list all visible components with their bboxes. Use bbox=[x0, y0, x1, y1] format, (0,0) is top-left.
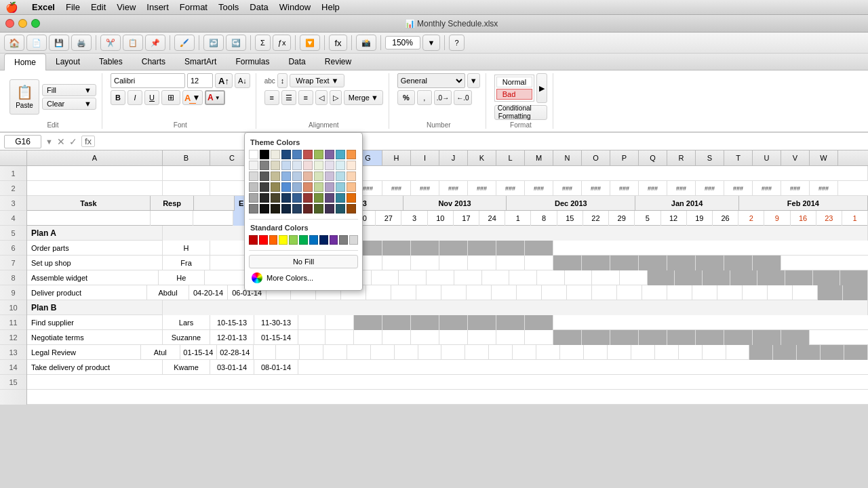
cell-hash-16[interactable]: ### bbox=[724, 181, 753, 196]
col-header-l[interactable]: L bbox=[496, 150, 525, 165]
col-header-n[interactable]: N bbox=[553, 150, 582, 165]
cell-hash-15[interactable]: ### bbox=[696, 181, 724, 196]
cell-d11[interactable]: 01-15-14 bbox=[254, 330, 298, 345]
swatch-6-6[interactable] bbox=[303, 204, 313, 214]
col-header-b[interactable]: B bbox=[163, 150, 210, 165]
cell-a5[interactable]: Order parts bbox=[27, 241, 163, 256]
swatch-2-3[interactable] bbox=[271, 161, 280, 170]
more-colors-btn[interactable]: More Colors... bbox=[249, 271, 358, 285]
menu-excel[interactable]: Excel bbox=[26, 1, 60, 13]
cell-a10[interactable]: Find supplier bbox=[27, 315, 163, 330]
cell-c11[interactable]: 12-01-13 bbox=[210, 330, 254, 345]
cell-a1[interactable] bbox=[27, 166, 163, 181]
cell-hash-14[interactable]: ### bbox=[667, 181, 696, 196]
cell-hash-11[interactable]: ### bbox=[582, 181, 610, 196]
cell-hash-8[interactable]: ### bbox=[496, 181, 525, 196]
cell-hash-6[interactable]: ### bbox=[439, 181, 468, 196]
tab-home[interactable]: Home bbox=[4, 54, 46, 70]
zoom-btn[interactable]: ▼ bbox=[422, 35, 441, 51]
toolbar-cut-btn[interactable]: ✂️ bbox=[100, 35, 121, 51]
cell-a11[interactable]: Negotiate terms bbox=[27, 330, 163, 345]
swatch-std-4[interactable] bbox=[279, 235, 288, 245]
menu-tools[interactable]: Tools bbox=[213, 1, 244, 13]
swatch-5-2[interactable] bbox=[260, 193, 269, 203]
menu-file[interactable]: File bbox=[60, 1, 85, 13]
swatch-teal[interactable] bbox=[336, 150, 345, 159]
menu-help[interactable]: Help bbox=[316, 1, 345, 13]
swatch-purple[interactable] bbox=[325, 150, 334, 159]
cell-m-num[interactable]: 24 bbox=[479, 211, 505, 226]
swatch-6-2[interactable] bbox=[260, 204, 269, 214]
style-expand-btn[interactable]: ▶ bbox=[536, 73, 547, 103]
cell-d13[interactable]: 08-01-14 bbox=[254, 360, 298, 375]
swatch-2-9[interactable] bbox=[336, 161, 345, 170]
cell-c8[interactable]: 04-20-14 bbox=[189, 285, 228, 300]
col-header-j[interactable]: J bbox=[439, 150, 468, 165]
tab-layout[interactable]: Layout bbox=[46, 54, 90, 70]
swatch-4-5[interactable] bbox=[292, 182, 302, 192]
cell-a3[interactable]: Task bbox=[27, 196, 151, 211]
swatch-2-7[interactable] bbox=[314, 161, 323, 170]
cell-i-num[interactable]: 27 bbox=[376, 211, 401, 226]
cell-u-num[interactable]: 19 bbox=[687, 211, 713, 226]
swatch-4-3[interactable] bbox=[271, 182, 280, 192]
minimize-button[interactable] bbox=[18, 19, 27, 28]
number-format-expand-btn[interactable]: ▼ bbox=[467, 73, 480, 88]
swatch-white[interactable] bbox=[249, 150, 258, 159]
cell-t-num[interactable]: 12 bbox=[661, 211, 687, 226]
apple-logo[interactable]: 🍎 bbox=[5, 1, 18, 14]
col-header-a[interactable]: A bbox=[27, 150, 163, 165]
swatch-5-1[interactable] bbox=[249, 193, 258, 203]
cell-x-num[interactable]: 9 bbox=[764, 211, 790, 226]
cell-reference-input[interactable] bbox=[4, 135, 41, 148]
swatch-2-4[interactable] bbox=[281, 161, 291, 170]
cell-c13[interactable]: 03-01-14 bbox=[210, 360, 254, 375]
cell-j-num[interactable]: 3 bbox=[401, 211, 427, 226]
increase-decimal-btn[interactable]: .0→ bbox=[434, 90, 452, 105]
close-button[interactable] bbox=[5, 19, 14, 28]
toolbar-filter-btn[interactable]: 🔽 bbox=[300, 35, 320, 51]
cell-jan2014[interactable]: Jan 2014 bbox=[635, 196, 738, 211]
cell-b2[interactable] bbox=[163, 181, 210, 196]
cell-b11[interactable]: Suzanne bbox=[163, 330, 210, 345]
toolbar-autosum-btn[interactable]: Σ bbox=[255, 35, 271, 51]
swatch-3-3[interactable] bbox=[271, 171, 280, 181]
cell-b13[interactable]: Kwame bbox=[163, 360, 210, 375]
cell-w-num[interactable]: 2 bbox=[738, 211, 764, 226]
font-size-input[interactable] bbox=[187, 73, 213, 88]
cell-a12[interactable]: Legal Review bbox=[27, 345, 141, 360]
cell-p-num[interactable]: 15 bbox=[557, 211, 583, 226]
swatch-green[interactable] bbox=[314, 150, 323, 159]
cell-a13[interactable]: Take delivery of product bbox=[27, 360, 163, 375]
cell-b3[interactable]: Resp bbox=[151, 196, 194, 211]
swatch-2-10[interactable] bbox=[347, 161, 356, 170]
cell-hash-9[interactable]: ### bbox=[525, 181, 553, 196]
swatch-3-8[interactable] bbox=[325, 171, 334, 181]
swatch-6-5[interactable] bbox=[292, 204, 302, 214]
col-header-m[interactable]: M bbox=[525, 150, 553, 165]
col-header-w[interactable]: W bbox=[810, 150, 838, 165]
swatch-2-8[interactable] bbox=[325, 161, 334, 170]
toolbar-save-btn[interactable]: 💾 bbox=[49, 35, 69, 51]
swatch-5-10[interactable] bbox=[347, 193, 356, 203]
swatch-red[interactable] bbox=[303, 150, 313, 159]
cell-hash-13[interactable]: ### bbox=[639, 181, 667, 196]
col-header-t[interactable]: T bbox=[724, 150, 753, 165]
swatch-std-9[interactable] bbox=[330, 235, 338, 245]
align-left-btn[interactable]: ≡ bbox=[264, 90, 279, 105]
cell-aa-num[interactable]: 1 bbox=[842, 211, 868, 226]
swatch-3-5[interactable] bbox=[292, 171, 302, 181]
swatch-6-7[interactable] bbox=[314, 204, 323, 214]
toolbar-print-btn[interactable]: 🖨️ bbox=[71, 35, 92, 51]
formula-input[interactable] bbox=[99, 136, 864, 147]
cell-hash-10[interactable]: ### bbox=[553, 181, 582, 196]
swatch-2-1[interactable] bbox=[249, 161, 258, 170]
col-header-o[interactable]: O bbox=[582, 150, 610, 165]
swatch-black[interactable] bbox=[260, 150, 269, 159]
swatch-std-5[interactable] bbox=[289, 235, 298, 245]
col-header-i[interactable]: I bbox=[411, 150, 439, 165]
fill-button[interactable]: Fill▼ bbox=[42, 84, 96, 96]
toolbar-camera-btn[interactable]: 📸 bbox=[356, 35, 376, 51]
style-normal-box[interactable]: Normal bbox=[496, 77, 532, 87]
col-header-r[interactable]: R bbox=[667, 150, 696, 165]
